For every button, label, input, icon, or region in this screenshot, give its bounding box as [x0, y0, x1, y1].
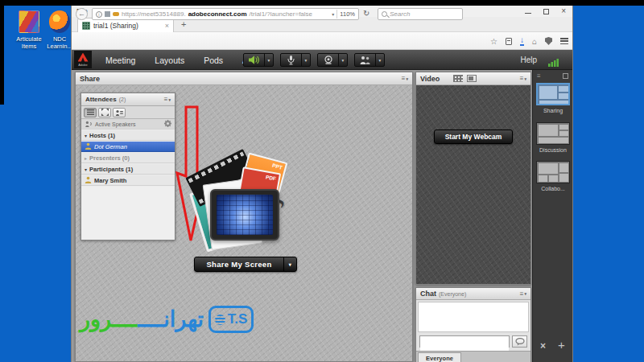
hamburger-menu-icon[interactable]: [560, 38, 568, 44]
watermark-ts-box: T.S: [208, 306, 254, 333]
layout-label-sharing[interactable]: Sharing: [533, 108, 572, 113]
speaker-icon[interactable]: [244, 54, 264, 66]
send-chat-button[interactable]: [512, 335, 527, 348]
attendee-row-host[interactable]: Dot German: [81, 142, 175, 152]
attendee-row-participant[interactable]: Mary Smith: [81, 175, 175, 186]
status-dropdown-icon[interactable]: ▾: [375, 54, 384, 66]
tab-title: trial1 (Sharing): [93, 22, 138, 30]
attendees-title: Attendees: [85, 96, 117, 103]
search-input[interactable]: [390, 10, 459, 18]
people-icon[interactable]: [355, 54, 375, 66]
microphone-dropdown-icon[interactable]: ▾: [301, 54, 310, 66]
sidebar-add-icon[interactable]: +: [558, 338, 565, 352]
chat-pod: Chat (Everyone) ≡▾ Everyone: [415, 287, 531, 362]
webcam-dropdown-icon[interactable]: ▾: [338, 54, 347, 66]
pod-options-icon[interactable]: ≡▾: [402, 75, 408, 82]
shield-icon[interactable]: [545, 37, 552, 45]
adobe-logo: Adobe: [74, 51, 92, 68]
url-bar[interactable]: i https://meet53514889.adobeconnect.com/…: [92, 8, 359, 20]
pocket-icon[interactable]: [506, 38, 512, 45]
host-name: Dot German: [94, 143, 127, 150]
home-icon[interactable]: ⌂: [532, 37, 537, 46]
layout-label-collaboration[interactable]: Collabo...: [533, 186, 572, 191]
minimize-icon[interactable]: [525, 13, 531, 14]
start-my-webcam-label: Start My Webcam: [445, 133, 502, 141]
collapse-arrow-icon[interactable]: ▾: [85, 133, 87, 138]
back-button[interactable]: ←: [76, 8, 88, 20]
share-my-screen-button[interactable]: Share My Screen ▾: [194, 257, 297, 272]
url-prefix: https://meet53514889.: [122, 10, 186, 18]
chat-tabs-strip: Everyone: [416, 351, 530, 362]
reload-icon[interactable]: ↻: [363, 10, 369, 18]
tab-favicon-icon: [82, 22, 90, 30]
watermark-logo: T.S تهرانــــــــرور: [80, 306, 254, 333]
chat-message-area[interactable]: [418, 302, 529, 332]
pod-options-icon[interactable]: ≡▾: [164, 96, 171, 103]
new-tab-button[interactable]: +: [181, 19, 186, 29]
sidebar-menu-icon[interactable]: ≡: [537, 72, 541, 80]
filmstrip-view-icon[interactable]: [467, 75, 477, 82]
layout-label-discussion[interactable]: Discussion: [533, 147, 572, 153]
close-icon[interactable]: ×: [561, 8, 566, 14]
list-view-button[interactable]: [84, 108, 97, 117]
browser-window: File Edit View History Bookmarks Tools H…: [71, 6, 573, 362]
speaker-button[interactable]: ▾: [243, 53, 274, 67]
share-my-screen-label: Share My Screen: [195, 260, 283, 269]
participants-header: Participants (1): [89, 166, 133, 173]
layout-thumb-sharing[interactable]: [536, 83, 570, 105]
webcam-button[interactable]: ▾: [317, 53, 348, 67]
connect-menu-layouts[interactable]: Layouts: [155, 56, 184, 65]
layout-thumb-collaboration[interactable]: [536, 161, 570, 183]
help-link[interactable]: Help: [520, 56, 537, 64]
participants-group-row[interactable]: ▾ Participants (1): [81, 164, 175, 175]
hosts-group-row[interactable]: ▾ Hosts (1): [81, 130, 175, 141]
zoom-level-badge[interactable]: 110%: [340, 10, 355, 18]
tab-close-icon[interactable]: ×: [165, 22, 169, 30]
attendee-status-button[interactable]: ▾: [354, 53, 385, 67]
connect-menus: Meeting Layouts Pods Audio: [105, 50, 264, 70]
speaker-dropdown-icon[interactable]: ▾: [264, 54, 273, 66]
connection-signal-icon[interactable]: [548, 56, 559, 70]
attendees-empty-area: [82, 187, 174, 239]
grid-view-button[interactable]: [98, 108, 111, 117]
site-key-icon: [113, 12, 119, 16]
letterbox-top: [0, 0, 644, 6]
site-identity-icon: [105, 11, 110, 17]
gear-icon[interactable]: [164, 120, 171, 128]
connect-menu-pods[interactable]: Pods: [204, 56, 223, 65]
chat-pod-header: Chat (Everyone) ≡▾: [416, 288, 530, 300]
expand-arrow-icon[interactable]: ▸: [85, 155, 87, 161]
webcam-icon[interactable]: [318, 54, 338, 66]
url-dropdown-icon[interactable]: ▾: [332, 11, 334, 17]
microphone-icon[interactable]: [281, 54, 301, 66]
video-pod-title: Video: [420, 75, 440, 83]
microphone-button[interactable]: ▾: [280, 53, 311, 67]
participant-icon: [85, 176, 92, 185]
start-my-webcam-button[interactable]: Start My Webcam: [434, 130, 513, 144]
active-speakers-label: Active Speakers: [95, 121, 136, 127]
download-icon[interactable]: ↓: [520, 36, 524, 46]
pod-options-icon[interactable]: ≡▾: [520, 75, 526, 82]
collapse-arrow-icon[interactable]: ▾: [85, 167, 87, 172]
monitor-icon: [210, 189, 279, 241]
sidebar-panel-icon[interactable]: [563, 73, 568, 79]
share-options-dropdown-icon[interactable]: ▾: [283, 257, 296, 271]
site-info-icon[interactable]: i: [96, 11, 102, 18]
layout-thumb-discussion[interactable]: [536, 122, 570, 145]
bookmark-star-icon[interactable]: ☆: [490, 37, 497, 46]
active-speakers-row[interactable]: Active Speakers: [81, 119, 175, 130]
chat-pod-title: Chat: [420, 290, 436, 298]
sidebar-close-icon[interactable]: ×: [540, 340, 546, 352]
chat-input[interactable]: [420, 340, 509, 351]
search-box[interactable]: [378, 8, 463, 20]
watermark-ts-label: T.S: [228, 311, 248, 327]
url-path: /trial1/?launcher=false: [250, 10, 313, 18]
pod-options-icon[interactable]: ≡▾: [520, 290, 526, 298]
attendee-status-view-button[interactable]: [113, 108, 126, 117]
presenters-group-row[interactable]: ▸ Presenters (0): [81, 153, 175, 163]
maximize-icon[interactable]: [543, 9, 549, 14]
grid-view-icon[interactable]: [453, 75, 463, 82]
attendees-count: (2): [119, 97, 126, 102]
chat-tab-everyone[interactable]: Everyone: [418, 352, 461, 362]
connect-menu-meeting[interactable]: Meeting: [105, 56, 135, 65]
